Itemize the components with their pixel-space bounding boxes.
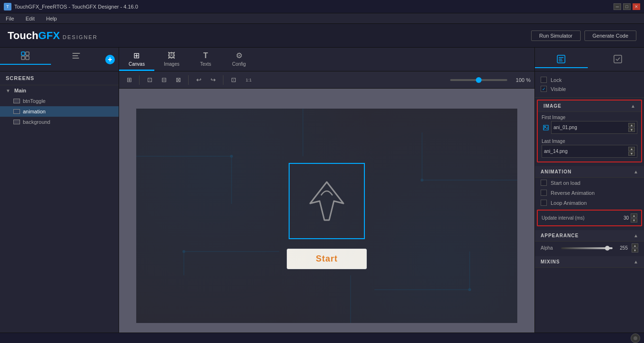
menu-help[interactable]: Help (44, 15, 59, 22)
zoom-slider[interactable] (450, 79, 507, 81)
update-interval-row: Update interval (ms) 30 ▲ ▼ (538, 211, 641, 225)
animation-section-arrow: ▲ (634, 169, 638, 174)
svg-rect-10 (559, 61, 563, 61)
align-left-button[interactable]: ⊡ (143, 74, 156, 86)
sidebar-item-main[interactable]: ▼ Main (0, 85, 119, 96)
right-panel: Lock Visible IMAGE ▲ First Image (534, 71, 644, 343)
svg-rect-0 (21, 52, 25, 55)
canvas-toolbar: ⊞ ⊡ ⊟ ⊠ ↩ ↪ ⊡ 1:1 100 % (119, 71, 534, 89)
last-image-up[interactable]: ▲ (628, 147, 635, 151)
animation-section: ANIMATION ▲ Start on load Reverse Animat… (535, 166, 644, 228)
sidebar-animation-label: animation (23, 109, 46, 114)
item-icon-btntoggle (13, 99, 20, 103)
visible-checkbox[interactable] (541, 86, 547, 92)
svg-point-20 (182, 250, 185, 253)
first-image-select[interactable]: ani_01.png ▲ ▼ (551, 121, 637, 134)
sidebar-tab-screens[interactable] (0, 48, 51, 65)
screens-title: Screens (6, 75, 34, 81)
rp-tab-properties[interactable] (535, 51, 588, 68)
mixins-section-header[interactable]: MIXINS ▲ (535, 256, 644, 268)
appearance-section-arrow: ▲ (634, 233, 638, 238)
align-center-button[interactable]: ⊠ (172, 74, 184, 86)
alpha-up[interactable]: ▲ (632, 243, 638, 248)
image-section-highlight: IMAGE ▲ First Image ani_01.png ▲ (537, 100, 642, 162)
last-image-down[interactable]: ▼ (628, 151, 635, 156)
menu-bar: File Edit Help (0, 13, 644, 24)
reverse-animation-checkbox[interactable] (541, 190, 547, 196)
window-controls: ─ □ ✕ (614, 3, 640, 10)
first-image-down[interactable]: ▼ (628, 128, 635, 132)
appearance-section-title: APPEARANCE (541, 233, 579, 238)
screens-header: Screens (0, 71, 119, 85)
svg-point-23 (468, 288, 471, 291)
title-bar-left: T TouchGFX_FreeRTOS - TouchGFX Designer … (4, 3, 138, 10)
tab-canvas[interactable]: ⊞ Canvas (119, 48, 154, 71)
zoom-control: 100 % (450, 77, 531, 83)
zoom-reset-button[interactable]: 1:1 (242, 74, 256, 86)
redo-button[interactable]: ↪ (207, 74, 219, 86)
fit-button[interactable]: ⊡ (227, 74, 240, 86)
update-interval-down[interactable]: ▼ (631, 218, 637, 222)
sidebar-item-background[interactable]: background (0, 117, 119, 127)
lock-label: Lock (551, 77, 562, 83)
appearance-section-header[interactable]: APPEARANCE ▲ (535, 230, 644, 242)
zoom-thumb (476, 77, 482, 83)
right-panel-tabs-bar (534, 48, 644, 71)
sidebar-item-animation[interactable]: animation (0, 106, 119, 117)
logo-bar: Touch GFX DESIGNER Run Simulator Generat… (0, 24, 644, 48)
expand-icon: ▼ (6, 88, 11, 93)
sidebar-tab-area: + (0, 48, 119, 71)
svg-rect-8 (559, 57, 564, 58)
start-on-load-label: Start on load (551, 180, 580, 186)
title-text: TouchGFX_FreeRTOS - TouchGFX Designer - … (14, 4, 138, 10)
start-button[interactable]: Start (287, 249, 367, 269)
status-icon (631, 333, 640, 343)
mixins-section: MIXINS ▲ (535, 256, 644, 268)
run-simulator-button[interactable]: Run Simulator (531, 30, 581, 41)
menu-edit[interactable]: Edit (24, 15, 37, 22)
menu-file[interactable]: File (4, 15, 16, 22)
lock-row: Lock (541, 75, 638, 84)
first-image-label: First Image (542, 114, 637, 121)
alpha-row: Alpha 255 ▲ ▼ (535, 242, 644, 254)
app-icon: T (4, 3, 11, 10)
close-button[interactable]: ✕ (633, 3, 640, 10)
undo-button[interactable]: ↩ (192, 74, 205, 86)
separator-1 (139, 75, 140, 85)
tab-config[interactable]: ⚙ Config (222, 48, 256, 71)
update-interval-highlight: Update interval (ms) 30 ▲ ▼ (537, 210, 642, 226)
animation-widget[interactable] (289, 163, 365, 239)
svg-rect-3 (26, 56, 29, 60)
start-on-load-checkbox[interactable] (541, 180, 547, 186)
status-bar (0, 333, 644, 343)
reverse-animation-row: Reverse Animation (535, 188, 644, 198)
logo-touch: Touch (8, 30, 38, 42)
sidebar-tab-widgets[interactable] (51, 48, 102, 65)
loop-animation-checkbox[interactable] (541, 200, 547, 206)
alpha-label: Alpha (541, 245, 557, 251)
first-image-up[interactable]: ▲ (628, 123, 635, 127)
svg-rect-5 (72, 55, 78, 56)
tab-texts[interactable]: T Texts (189, 49, 222, 71)
generate-code-button[interactable]: Generate Code (584, 30, 636, 41)
lock-checkbox[interactable] (541, 77, 547, 83)
last-image-select[interactable]: ani_14.png ▲ ▼ (542, 145, 637, 158)
add-widget-button[interactable]: ⊞ (123, 74, 135, 86)
maximize-button[interactable]: □ (623, 3, 631, 10)
nav-tabs: ⊞ Canvas 🖼 Images T Texts ⚙ Config (119, 48, 534, 71)
sidebar-add-btn[interactable]: + (101, 48, 119, 71)
tab-images[interactable]: 🖼 Images (154, 49, 189, 71)
rp-tab-interactions[interactable] (592, 51, 644, 68)
align-right-button[interactable]: ⊟ (158, 74, 170, 86)
minimize-button[interactable]: ─ (614, 3, 621, 10)
animation-section-title: ANIMATION (541, 169, 572, 174)
last-image-row: ani_14.png ▲ ▼ (542, 145, 637, 158)
images-tab-label: Images (164, 61, 180, 67)
update-interval-up[interactable]: ▲ (631, 213, 637, 218)
sidebar-item-btntoggle[interactable]: btnToggle (0, 96, 119, 106)
image-section-header[interactable]: IMAGE ▲ (538, 101, 641, 112)
first-image-spinner: ▲ ▼ (628, 123, 635, 132)
alpha-slider[interactable] (561, 247, 613, 249)
alpha-down[interactable]: ▼ (632, 248, 638, 252)
animation-section-header[interactable]: ANIMATION ▲ (535, 166, 644, 178)
